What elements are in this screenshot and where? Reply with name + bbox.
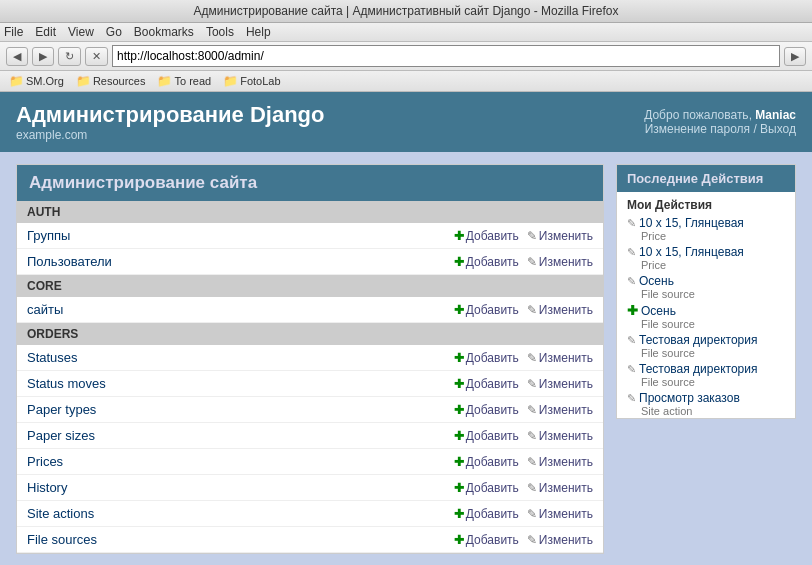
model-name-prices: Prices [27,454,454,469]
model-actions: ✚ Добавить ✎ Изменить [454,403,593,417]
orders-rows: Statuses ✚ Добавить ✎ Изменить Status mo… [17,345,603,553]
add-4-button[interactable]: ✚ Добавить [454,455,519,469]
plus-icon: ✚ [454,429,464,443]
model-name-statuses: Statuses [27,350,454,365]
logout-link[interactable]: Выход [760,122,796,136]
change-1-button[interactable]: ✎ Изменить [527,377,593,391]
recent-item-link[interactable]: ✎Просмотр заказов [627,391,785,405]
forward-button[interactable]: ▶ [32,47,54,66]
menu-bookmarks[interactable]: Bookmarks [134,25,194,39]
recent-item-link[interactable]: ✎10 x 15, Глянцевая [627,245,785,259]
model-name-users: Пользователи [27,254,454,269]
folder-icon: 📁 [223,74,238,88]
add-3-button[interactable]: ✚ Добавить [454,429,519,443]
menu-help[interactable]: Help [246,25,271,39]
welcome-text: Добро пожаловать, Maniac [644,108,796,122]
table-row: History ✚ Добавить ✎ Изменить [17,475,603,501]
add-0-button[interactable]: ✚ Добавить [454,351,519,365]
bookmark-smorg[interactable]: 📁 SM.Org [6,73,67,89]
model-name-paper-types: Paper types [27,402,454,417]
change-users-button[interactable]: ✎ Изменить [527,255,593,269]
recent-item-link[interactable]: ✎Осень [627,274,785,288]
bookmark-resources[interactable]: 📁 Resources [73,73,149,89]
add-6-button[interactable]: ✚ Добавить [454,507,519,521]
change-groups-button[interactable]: ✎ Изменить [527,229,593,243]
pencil-icon: ✎ [527,403,537,417]
change-4-button[interactable]: ✎ Изменить [527,455,593,469]
change-0-button[interactable]: ✎ Изменить [527,351,593,365]
recent-section-title: Мои Действия [617,192,795,214]
add-1-button[interactable]: ✚ Добавить [454,377,519,391]
menu-edit[interactable]: Edit [35,25,56,39]
pencil-icon: ✎ [527,255,537,269]
change-5-button[interactable]: ✎ Изменить [527,481,593,495]
folder-icon: 📁 [76,74,91,88]
table-row: сайты ✚ Добавить ✎ Изменить [17,297,603,323]
admin-title: Администрирование Django [16,102,325,128]
list-item: ✎Осень File source [617,272,795,301]
change-6-button[interactable]: ✎ Изменить [527,507,593,521]
bookmark-label: FotoLab [240,75,280,87]
add-5-button[interactable]: ✚ Добавить [454,481,519,495]
model-name-site-actions: Site actions [27,506,454,521]
recent-item-sub: File source [627,376,785,388]
model-actions: ✚ Добавить ✎ Изменить [454,351,593,365]
change-password-link[interactable]: Изменение пароля [645,122,750,136]
browser-titlebar: Администрирование сайта | Административн… [0,0,812,23]
list-item: ✎10 x 15, Глянцевая Price [617,243,795,272]
menu-file[interactable]: File [4,25,23,39]
plus-icon: ✚ [627,303,638,318]
plus-icon: ✚ [454,303,464,317]
pencil-icon: ✎ [527,229,537,243]
stop-button[interactable]: ✕ [85,47,108,66]
recent-item-sub: File source [627,347,785,359]
menu-tools[interactable]: Tools [206,25,234,39]
table-row: Statuses ✚ Добавить ✎ Изменить [17,345,603,371]
model-name-status-moves: Status moves [27,376,454,391]
recent-item-link[interactable]: ✎10 x 15, Глянцевая [627,216,785,230]
username: Maniac [755,108,796,122]
change-7-button[interactable]: ✎ Изменить [527,533,593,547]
go-button[interactable]: ▶ [784,47,806,66]
add-sites-button[interactable]: ✚ Добавить [454,303,519,317]
plus-icon: ✚ [454,377,464,391]
model-actions: ✚ Добавить ✎ Изменить [454,455,593,469]
bookmark-fotolab[interactable]: 📁 FotoLab [220,73,283,89]
content-area: Администрирование сайта Auth Группы ✚ До… [0,152,812,565]
table-row: Paper types ✚ Добавить ✎ Изменить [17,397,603,423]
add-7-button[interactable]: ✚ Добавить [454,533,519,547]
model-actions: ✚ Добавить ✎ Изменить [454,255,593,269]
section-core: Core [17,275,603,297]
add-users-button[interactable]: ✚ Добавить [454,255,519,269]
pencil-icon: ✎ [527,303,537,317]
menu-view[interactable]: View [68,25,94,39]
model-name-file-sources: File sources [27,532,454,547]
recent-item-link[interactable]: ✎Тестовая директория [627,333,785,347]
recent-item-link[interactable]: ✎Тестовая директория [627,362,785,376]
back-button[interactable]: ◀ [6,47,28,66]
plus-icon: ✚ [454,481,464,495]
plus-icon: ✚ [454,455,464,469]
bookmark-toread[interactable]: 📁 To read [154,73,214,89]
model-name-groups: Группы [27,228,454,243]
add-2-button[interactable]: ✚ Добавить [454,403,519,417]
change-2-button[interactable]: ✎ Изменить [527,403,593,417]
plus-icon: ✚ [454,507,464,521]
recent-item-link[interactable]: ✚Осень [627,303,785,318]
page-heading: Администрирование сайта [17,165,603,201]
model-actions: ✚ Добавить ✎ Изменить [454,481,593,495]
pencil-icon: ✎ [627,217,636,230]
menu-go[interactable]: Go [106,25,122,39]
url-bar[interactable] [112,45,780,67]
plus-icon: ✚ [454,229,464,243]
admin-user-info: Добро пожаловать, Maniac Изменение парол… [644,108,796,136]
section-auth: Auth [17,201,603,223]
recent-item-sub: File source [627,318,785,330]
reload-button[interactable]: ↻ [58,47,81,66]
change-3-button[interactable]: ✎ Изменить [527,429,593,443]
model-name-sites: сайты [27,302,454,317]
recent-item-sub: Price [627,259,785,271]
plus-icon: ✚ [454,351,464,365]
add-groups-button[interactable]: ✚ Добавить [454,229,519,243]
change-sites-button[interactable]: ✎ Изменить [527,303,593,317]
